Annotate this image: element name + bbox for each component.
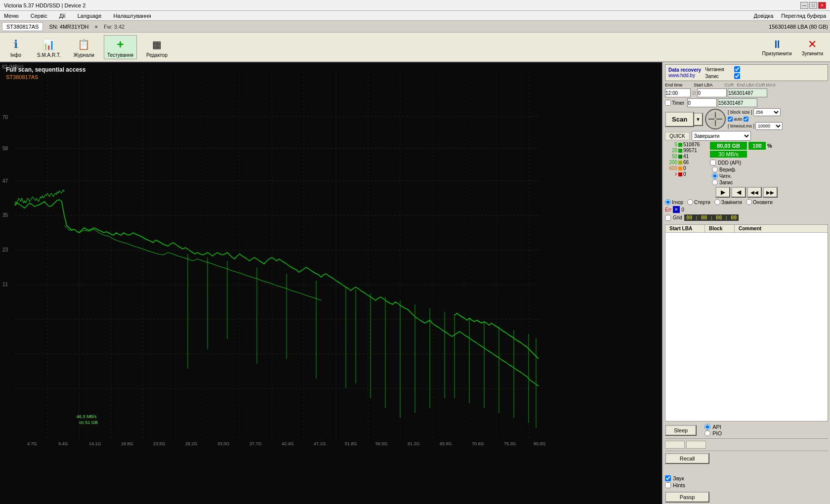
update-radio[interactable] bbox=[746, 199, 752, 205]
replace-radio[interactable] bbox=[714, 199, 720, 205]
ddd-checkbox[interactable] bbox=[710, 160, 716, 166]
scan-button[interactable]: Scan bbox=[665, 112, 694, 127]
auto-checkbox2[interactable] bbox=[744, 117, 748, 122]
size-radio-column: 80,03 GB 100 % 30 MB/s DDD (API) bbox=[710, 142, 828, 185]
replace-row: Замінити bbox=[714, 199, 742, 205]
stat-val-2: 99571 bbox=[683, 148, 708, 153]
stop-label: Зупинити bbox=[802, 51, 823, 56]
dr-read-label: Читання bbox=[705, 67, 732, 72]
timeout-select[interactable]: 10000500020000 bbox=[755, 122, 783, 130]
size-display: 80,03 GB bbox=[710, 142, 747, 150]
menu-service[interactable]: Сервіс bbox=[29, 13, 49, 19]
pio-radio[interactable] bbox=[705, 430, 710, 436]
separator-1 bbox=[665, 438, 828, 439]
passp-button[interactable]: Passp bbox=[665, 492, 709, 503]
start-lba-input[interactable] bbox=[697, 88, 727, 97]
prev2-button[interactable]: ◀◀ bbox=[747, 187, 762, 198]
grid-row: Grid 00 : 00 : 00 : 00 bbox=[665, 214, 828, 221]
next-button[interactable]: ▶▶ bbox=[763, 187, 778, 198]
stop-button[interactable]: ✕ Зупинити bbox=[799, 37, 826, 57]
toolbar-logs-button[interactable]: 📋 Журнали bbox=[70, 35, 98, 59]
prev-button[interactable]: ◀ bbox=[731, 187, 746, 198]
timer-checkbox[interactable] bbox=[665, 100, 671, 106]
menu-settings[interactable]: Налаштування bbox=[112, 13, 153, 19]
auto-checkbox[interactable] bbox=[728, 117, 733, 122]
end-time-input[interactable] bbox=[665, 88, 691, 97]
ddd-label: DDD (API) bbox=[718, 160, 741, 166]
block-size-select[interactable]: 2565121024 bbox=[753, 108, 781, 116]
sleep-button[interactable]: Sleep bbox=[665, 425, 697, 436]
sound-checkbox[interactable] bbox=[665, 475, 671, 481]
toolbar-info-button[interactable]: ℹ Інфо bbox=[4, 35, 28, 59]
erase-radio[interactable] bbox=[687, 199, 693, 205]
pct-display: 100 bbox=[748, 142, 766, 150]
ignore-label: Ігнор bbox=[672, 200, 683, 205]
radio-verif[interactable] bbox=[712, 167, 718, 172]
svg-text:23.5G: 23.5G bbox=[153, 441, 166, 446]
pause-label: Призупинити bbox=[762, 51, 792, 56]
sound-row: Звук bbox=[665, 475, 828, 481]
svg-text:47: 47 bbox=[2, 178, 8, 184]
hints-checkbox[interactable] bbox=[665, 482, 671, 488]
device-tab[interactable]: ST380817AS bbox=[2, 22, 43, 31]
speed-display: 30 MB/s bbox=[710, 151, 747, 158]
sleep-api-row: Sleep API PIO bbox=[665, 424, 828, 436]
ignore-radio[interactable] bbox=[665, 199, 671, 205]
separator-2 bbox=[665, 451, 828, 451]
err-row: Err ✕ 0 bbox=[665, 206, 828, 213]
stat-num-3: 50 bbox=[665, 154, 677, 159]
svg-text:35: 35 bbox=[2, 212, 8, 218]
timeout-label: [ timeout.ms ] bbox=[728, 124, 754, 128]
radio-read-row: Читн. bbox=[712, 173, 828, 179]
logs-icon: 📋 bbox=[76, 37, 92, 52]
recall-button[interactable]: Recall bbox=[665, 453, 709, 464]
api-label: API bbox=[712, 424, 721, 430]
complete-select[interactable]: Завершити bbox=[692, 131, 751, 141]
menu-help[interactable]: Довідка bbox=[752, 13, 776, 19]
menu-language[interactable]: Language bbox=[76, 13, 104, 19]
radio-write[interactable] bbox=[712, 179, 718, 185]
stat-row-1: 5 510876 bbox=[665, 142, 708, 147]
radio-write-label: Запис bbox=[719, 180, 733, 185]
pause-button[interactable]: ⏸ Призупинити bbox=[759, 37, 795, 57]
close-button[interactable]: ✕ bbox=[818, 2, 826, 9]
compass-needle-s bbox=[715, 120, 716, 126]
radio-read[interactable] bbox=[712, 173, 718, 179]
svg-text:4.7G: 4.7G bbox=[27, 441, 37, 446]
end-lba-input[interactable] bbox=[728, 88, 767, 97]
api-radio[interactable] bbox=[705, 424, 710, 430]
dr-write-checkbox[interactable] bbox=[734, 73, 740, 79]
stat-row-2: 20 99571 bbox=[665, 148, 708, 153]
scan-dropdown-button[interactable]: ▼ bbox=[694, 113, 703, 126]
toolbar-right: ⏸ Призупинити ✕ Зупинити bbox=[759, 37, 826, 57]
menu-buffer-view[interactable]: Перегляд буфера bbox=[779, 13, 828, 19]
radio-write-row: Запис bbox=[712, 179, 828, 185]
menu-actions[interactable]: Дії bbox=[57, 13, 68, 19]
grid-checkbox[interactable] bbox=[665, 215, 671, 221]
stat-row-5: 600 0 bbox=[665, 166, 708, 171]
menu-menu[interactable]: Меню bbox=[2, 13, 21, 19]
timer-end-input[interactable] bbox=[718, 98, 757, 107]
auto-row: auto bbox=[728, 117, 783, 122]
toolbar-smart-button[interactable]: 📊 S.M.A.R.T. bbox=[34, 35, 64, 59]
minimize-button[interactable]: — bbox=[800, 2, 808, 9]
main-area: 82 (MB/s) Full scan, sequential access S… bbox=[0, 62, 830, 504]
scan-row: Scan ▼ [ block si bbox=[665, 108, 783, 130]
toolbar-test-button[interactable]: + Тестування bbox=[104, 35, 137, 59]
compass-needle-e bbox=[716, 119, 722, 120]
timeout-row: [ timeout.ms ] 10000500020000 bbox=[728, 122, 783, 130]
svg-text:65.9G: 65.9G bbox=[440, 441, 452, 446]
timer-input[interactable] bbox=[687, 98, 717, 107]
maximize-button[interactable]: □ bbox=[809, 2, 817, 9]
th-start-lba: Start LBA bbox=[665, 225, 705, 232]
dr-read-checkbox[interactable] bbox=[734, 66, 740, 72]
end-lba-header: End LBA bbox=[737, 83, 755, 87]
auto-checkbox-label: □ bbox=[692, 90, 696, 95]
pio-label: PIO bbox=[712, 430, 722, 436]
svg-text:58: 58 bbox=[2, 146, 8, 151]
smart-label: S.M.A.R.T. bbox=[37, 52, 61, 58]
quick-button[interactable]: QUICK bbox=[665, 132, 690, 140]
tab-close-x[interactable]: × bbox=[95, 24, 98, 30]
play-button[interactable]: ▶ bbox=[715, 187, 730, 198]
toolbar-editor-button[interactable]: ▦ Редактор bbox=[143, 35, 171, 59]
